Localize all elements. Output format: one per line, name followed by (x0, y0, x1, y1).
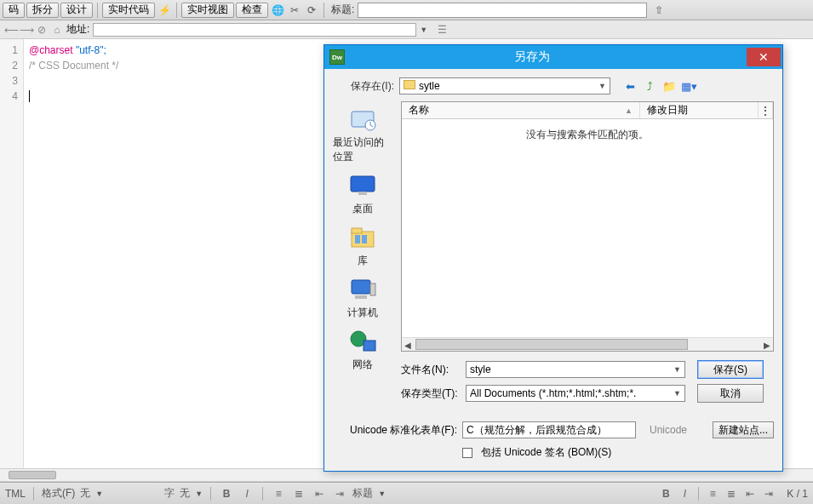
forward-icon[interactable]: ⟶ (20, 24, 32, 36)
filetype-dropdown[interactable]: All Documents (*.htm;*.html;*.shtm;*. ▼ (466, 385, 685, 402)
list-ul-icon[interactable]: ≡ (271, 487, 286, 501)
chevron-down-icon: ▼ (673, 365, 681, 374)
lightning-icon[interactable]: ⚡ (157, 3, 171, 17)
indent-icon[interactable]: ⇥ (332, 487, 347, 501)
code-view-button[interactable]: 码 (3, 3, 25, 18)
scrollbar-thumb[interactable] (9, 471, 56, 479)
go-back-icon[interactable]: ⬅ (622, 78, 638, 94)
format-value[interactable]: 无 (80, 486, 90, 501)
scroll-right-icon[interactable]: ▶ (761, 339, 773, 351)
svg-rect-8 (352, 280, 370, 294)
save-in-dropdown[interactable]: sytle ▼ (399, 77, 610, 94)
place-desktop[interactable]: 桌面 (347, 171, 378, 216)
place-network[interactable]: 网络 (347, 327, 378, 372)
filename-input[interactable]: style ▼ (466, 361, 685, 378)
indent-icon-2[interactable]: ⇥ (761, 487, 776, 501)
bold-icon[interactable]: B (219, 487, 234, 501)
close-button[interactable]: ✕ (747, 48, 781, 66)
list-ul-icon-2[interactable]: ≡ (705, 487, 720, 501)
scroll-thumb[interactable] (415, 339, 688, 350)
desktop-icon (347, 171, 378, 200)
svg-rect-2 (351, 176, 375, 192)
filename-label: 文件名(N): (401, 363, 461, 377)
outdent-icon[interactable]: ⇤ (312, 487, 327, 501)
font-dropdown-icon[interactable]: ▼ (195, 490, 203, 498)
svg-rect-6 (355, 235, 360, 243)
line-gutter: 1 2 3 4 (0, 39, 24, 468)
scissors-icon[interactable]: ✂ (288, 3, 301, 17)
address-input[interactable] (93, 23, 416, 37)
code-token: "utf-8"; (73, 44, 106, 56)
column-name[interactable]: 名称▲ (402, 102, 640, 118)
chevron-down-icon: ▼ (598, 82, 606, 90)
font-value[interactable]: 无 (180, 486, 190, 501)
home-icon[interactable]: ⌂ (51, 24, 63, 36)
globe-icon[interactable]: 🌐 (271, 3, 284, 17)
italic-icon-2[interactable]: I (677, 487, 692, 501)
svg-rect-9 (355, 295, 367, 299)
split-view-button[interactable]: 拆分 (26, 3, 59, 18)
address-dropdown-icon[interactable]: ▼ (420, 26, 427, 34)
place-label: 网络 (352, 358, 373, 372)
folder-icon (404, 80, 415, 89)
format-dropdown-icon[interactable]: ▼ (95, 490, 103, 498)
place-library[interactable]: 库 (347, 223, 378, 268)
svg-rect-3 (358, 192, 367, 195)
live-code-button[interactable]: 实时代码 (102, 3, 155, 18)
new-folder-icon[interactable]: 📁 (661, 78, 677, 94)
list-ol-icon-2[interactable]: ≣ (724, 487, 739, 501)
save-button[interactable]: 保存(S) (697, 360, 764, 379)
outdent-icon-2[interactable]: ⇤ (742, 487, 758, 501)
design-view-button[interactable]: 设计 (60, 3, 93, 18)
unicode-norm-dropdown[interactable]: C（规范分解，后跟规范合成） (462, 421, 636, 438)
new-site-button[interactable]: 新建站点... (713, 421, 774, 438)
page-options-icon[interactable]: ☰ (436, 24, 448, 36)
line-number: 3 (0, 73, 18, 89)
list-ol-icon[interactable]: ≣ (291, 487, 306, 501)
bom-label: 包括 Unicode 签名 (BOM)(S) (481, 445, 611, 460)
italic-icon[interactable]: I (239, 487, 255, 501)
font-label: 字 (164, 486, 175, 501)
inspect-button[interactable]: 检查 (236, 3, 268, 18)
filetype-label: 保存类型(T): (401, 387, 461, 401)
bold-icon-2[interactable]: B (658, 487, 673, 501)
file-list-pane: 名称▲ 修改日期 ⋮ 没有与搜索条件匹配的项。 ◀ ▶ (401, 101, 774, 352)
recent-icon (347, 105, 378, 134)
dialog-body: 保存在(I): sytle ▼ ⬅ ⤴ 📁 ▦▾ 最近访问的位置 (324, 69, 782, 471)
title-label: 标题: (331, 3, 354, 17)
svg-rect-10 (370, 284, 375, 295)
back-icon[interactable]: ⟵ (5, 24, 17, 36)
cancel-button[interactable]: 取消 (697, 384, 764, 403)
stop-icon[interactable]: ⊘ (36, 24, 48, 36)
save-in-value: sytle (419, 80, 440, 92)
scroll-left-icon[interactable]: ◀ (402, 339, 414, 351)
place-computer[interactable]: 计算机 (347, 275, 378, 320)
place-label: 最近访问的位置 (333, 135, 392, 164)
place-label: 库 (358, 254, 368, 268)
place-label: 计算机 (347, 306, 378, 320)
refresh-icon[interactable]: ⟳ (305, 3, 318, 17)
title-input[interactable] (358, 3, 647, 18)
view-menu-icon[interactable]: ▦▾ (681, 78, 696, 94)
line-number: 2 (0, 58, 18, 73)
dialog-titlebar[interactable]: Dw 另存为 ✕ (324, 45, 782, 69)
file-scrollbar[interactable]: ◀ ▶ (402, 337, 773, 351)
live-view-button[interactable]: 实时视图 (181, 3, 234, 18)
format-label: 格式(F) (42, 486, 75, 501)
line-number: 1 (0, 43, 18, 58)
dialog-title: 另存为 (352, 49, 747, 65)
network-icon (347, 327, 378, 356)
column-date[interactable]: 修改日期 (640, 102, 759, 118)
place-recent[interactable]: 最近访问的位置 (333, 105, 392, 164)
bom-checkbox[interactable] (462, 448, 472, 458)
column-more[interactable]: ⋮ (759, 102, 773, 118)
text-cursor (29, 90, 30, 102)
status-right-info: K / 1 (787, 488, 808, 500)
up-folder-icon[interactable]: ⤴ (642, 78, 657, 94)
wand-icon[interactable]: ⇧ (652, 3, 666, 17)
save-in-label: 保存在(I): (333, 79, 394, 94)
heading-dropdown-icon[interactable]: ▼ (378, 490, 386, 498)
line-number: 4 (0, 89, 18, 104)
code-token: @charset (29, 44, 73, 56)
status-text: 标题 (352, 486, 373, 501)
